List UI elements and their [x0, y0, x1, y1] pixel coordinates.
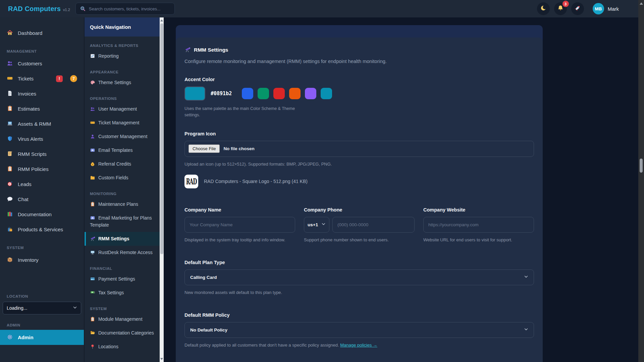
quicknav-item-payment-settings[interactable]: Payment Settings — [85, 272, 160, 286]
country-code-select[interactable]: us+1 — [304, 217, 329, 233]
quicknav-item-custom-fields[interactable]: Custom Fields — [85, 171, 160, 185]
clipboard-icon — [90, 316, 98, 322]
quicknav-item-customer-management[interactable]: Customer Management — [85, 130, 160, 143]
sidebar-item-customers[interactable]: Customers — [0, 56, 84, 71]
sidebar-item-invoices[interactable]: Invoices — [0, 86, 84, 101]
sidebar-item-tickets[interactable]: Tickets ! 7 — [0, 71, 84, 86]
sidebar-item-assets-rmm[interactable]: Assets & RMM — [0, 116, 84, 131]
sidebar-item-leads[interactable]: Leads — [0, 177, 84, 192]
app-logo[interactable]: RAD Computers — [8, 5, 61, 13]
sidebar-item-inventory[interactable]: Inventory — [0, 252, 84, 267]
global-search[interactable] — [75, 3, 175, 15]
home-icon — [7, 29, 13, 37]
person-icon — [90, 134, 98, 139]
quicknav-scrollbar-thumb[interactable] — [160, 23, 163, 254]
topbar-button-notifications[interactable]: 3 — [554, 2, 567, 15]
search-icon — [80, 6, 86, 12]
quicknav-item-ticket-management[interactable]: Ticket Management — [85, 116, 160, 130]
notification-count-badge: 3 — [562, 1, 569, 7]
sidebar-section-system: SYSTEM Inventory — [0, 246, 84, 267]
scroll-icon — [7, 150, 13, 158]
quicknav-item-reporting[interactable]: Reporting — [85, 49, 160, 63]
sidebar-item-products-services[interactable]: Products & Services — [0, 222, 84, 237]
palette-swatch-059669[interactable] — [258, 88, 269, 99]
location-select[interactable]: Loading... — [3, 302, 81, 314]
quicknav-item-referral-credits[interactable]: $Referral Credits — [85, 157, 160, 171]
scroll-up-arrow-icon[interactable] — [160, 19, 163, 21]
program-icon-file-input[interactable]: Choose File No file chosen — [184, 141, 534, 157]
quicknav-scrollbar[interactable] — [160, 17, 164, 362]
mail-icon — [90, 215, 98, 221]
palette-swatch-dc2626[interactable] — [273, 88, 285, 99]
window-scrollbar-thumb[interactable] — [640, 159, 643, 173]
palette-swatch-8b5cf6[interactable] — [305, 88, 316, 99]
palette-swatch-0891b2[interactable] — [321, 88, 332, 99]
document-icon — [7, 90, 13, 98]
window-scrollbar[interactable] — [638, 0, 644, 362]
palette-swatch-ea580c[interactable] — [289, 88, 301, 99]
quicknav-item-email-marketing-for-plans-template[interactable]: Email Marketing for Plans Template — [85, 211, 160, 232]
company-website-field: Company Website Website URL for end user… — [423, 207, 534, 242]
app-version: v1.2 — [63, 8, 70, 12]
accent-color-picker[interactable] — [184, 86, 205, 101]
scroll-up-arrow-icon[interactable] — [640, 2, 643, 5]
pin-icon — [90, 344, 98, 349]
chevron-down-icon — [73, 305, 77, 311]
sidebar-section-location: LOCATION — [7, 294, 77, 298]
shield-icon — [7, 135, 13, 143]
bell-icon — [557, 5, 564, 13]
sidebar-item-rmm-scripts[interactable]: RMM Scripts — [0, 146, 84, 162]
quicknav-item-theme-settings[interactable]: Theme Settings — [85, 76, 160, 89]
telescope-icon — [184, 47, 191, 53]
gear-icon — [7, 334, 13, 341]
company-phone-field: Company Phone us+1 Support phone number … — [304, 207, 415, 242]
company-website-input[interactable] — [423, 217, 534, 233]
quicknav-section-operations: OPERATIONS User Management Ticket Manage… — [85, 97, 160, 185]
company-phone-input[interactable] — [332, 217, 415, 233]
clipboard-icon — [90, 201, 98, 207]
quicknav-section-monitoring: MONITORING Maintenance Plans Email Marke… — [85, 192, 160, 259]
sidebar-item-chat[interactable]: Chat — [0, 192, 84, 207]
choose-file-button[interactable]: Choose File — [189, 144, 220, 153]
page-description: Configure remote monitoring and manageme… — [184, 59, 534, 64]
quicknav-section-appearance: APPEARANCE Theme Settings — [85, 70, 160, 89]
sidebar-section-management: MANAGEMENT Customers Tickets ! — [0, 49, 84, 237]
accent-hex-value: #0891b2 — [211, 90, 232, 97]
quicknav-item-maintenance-plans[interactable]: Maintenance Plans — [85, 197, 160, 211]
default-plan-type-select[interactable]: Calling Card — [184, 269, 534, 285]
quicknav-item-user-management[interactable]: User Management — [85, 102, 160, 116]
topbar-button-theme-toggle[interactable] — [537, 2, 550, 15]
sidebar-item-virus-alerts[interactable]: Virus Alerts — [0, 131, 84, 146]
quicknav-item-locations[interactable]: Locations — [85, 340, 160, 354]
logo-thumbnail: RAD — [184, 175, 198, 188]
company-name-input[interactable] — [184, 217, 295, 233]
quicknav-item-rmm-settings[interactable]: RMM Settings — [85, 232, 160, 246]
default-rmm-policy-select[interactable]: No Default Policy — [184, 322, 534, 338]
quick-navigation-panel: Quick Navigation ANALYTICS & REPORTS Rep… — [84, 17, 164, 362]
avatar[interactable]: MB — [593, 3, 604, 14]
scroll-down-arrow-icon[interactable] — [160, 358, 163, 360]
quicknav-item-rustdesk-remote-access[interactable]: RustDesk Remote Access — [85, 246, 160, 259]
sidebar-item-estimates[interactable]: Estimates — [0, 101, 84, 116]
sidebar: Dashboard MANAGEMENT Customers — [0, 17, 84, 362]
ticket-icon — [90, 120, 98, 125]
program-icon-group: Program Icon Choose File No file chosen … — [184, 131, 534, 188]
alert-badge: ! — [56, 75, 63, 82]
quicknav-item-email-templates[interactable]: Email Templates — [85, 143, 160, 157]
quicknav-item-tax-settings[interactable]: Tax Settings — [85, 286, 160, 300]
palette-swatch-2563eb[interactable] — [242, 88, 253, 99]
topbar-button-whats-new[interactable] — [571, 2, 584, 15]
quick-navigation-title: Quick Navigation — [85, 17, 160, 37]
quicknav-item-module-management[interactable]: Module Management — [85, 312, 160, 326]
sidebar-item-dashboard[interactable]: Dashboard — [0, 25, 84, 41]
manage-policies-link[interactable]: Manage policies → — [340, 343, 377, 348]
money-bag-icon: $ — [90, 161, 98, 167]
search-input[interactable] — [89, 6, 170, 11]
sidebar-item-admin[interactable]: Admin — [0, 330, 84, 345]
sidebar-item-rmm-policies[interactable]: RMM Policies — [0, 162, 84, 177]
topbar-actions: 3 MB Mark — [533, 2, 644, 15]
sidebar-item-documentation[interactable]: Documentation — [0, 207, 84, 222]
quicknav-item-documentation-categories[interactable]: Documentation Categories — [85, 326, 160, 340]
chevron-down-icon — [321, 222, 326, 227]
current-logo-row: RAD RAD Computers - Square Logo - 512.pn… — [184, 175, 534, 188]
